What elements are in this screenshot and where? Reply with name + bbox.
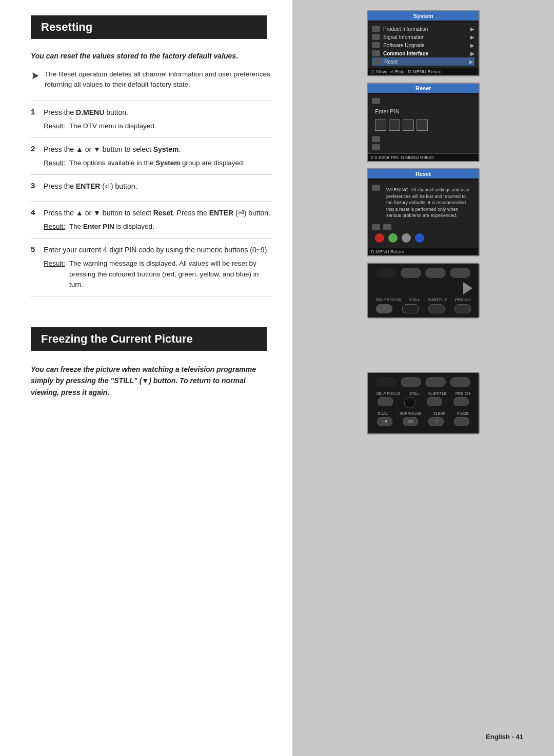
remote-arrow-area [372,282,474,294]
menu-signal-info: Signal Information ▶ [372,33,474,41]
warning-circles [372,231,474,246]
right-sidebar: System Product Information ▶ Signal Info… [292,0,554,756]
step-3-main: Press the ENTER (⏎) button. [44,181,272,192]
remote2-sleep-btn[interactable]: ☽ [428,417,444,426]
pin-box-1 [375,120,386,131]
step-5-result-label: Result: [44,258,65,269]
step-2-result-text: The options available in the System grou… [69,158,245,168]
tip-text: The Reset operation deletes all channel … [45,69,272,90]
step-4-row: 4 Press the ▲ or ▼ button to select Rese… [31,202,272,238]
freezing-section: Freezing the Current Picture You can fre… [31,327,272,398]
remote2-still-btn[interactable] [404,397,416,408]
remote2-btns-row1 [372,397,474,408]
remote-control-1: SELF FOCUS STILL SUBTITLE PRE-CH [367,263,480,319]
remote2-labels-row1: SELF FOCUS STILL SUBTITLE PRE-CH [372,391,474,396]
screen-warning-body: WARNING: All channel settings and user p… [368,181,479,248]
step-2-result: Result: The options available in the Sys… [44,158,272,168]
left-content: Resetting You can reset the values store… [0,0,292,756]
resetting-section: Resetting You can reset the values store… [31,15,272,296]
remote-btn-selffocus[interactable] [376,304,392,313]
screen-reset-title: Reset [368,84,479,93]
remote-btn-subtitle[interactable] [428,304,445,313]
screen-system-body: Product Information ▶ Signal Information… [368,23,479,68]
step-5-num: 5 [31,238,41,296]
step-2-row: 2 Press the ▲ or ▼ button to select Syst… [31,137,272,174]
warning-icons-row: WARNING: All channel settings and user p… [372,183,474,223]
steps-table: 1 Press the D.MENU button. Result: The D… [31,101,272,297]
menu-icon-3 [372,42,380,48]
remote2-psize-btn[interactable] [454,417,469,426]
reset-icon-row2 [372,135,474,143]
remote2-btn-gray-3 [450,377,470,387]
remote2-dual-btn[interactable]: I·II [377,417,392,426]
enter-pin-label: Enter PIN [372,107,474,115]
menu-product-info: Product Information ▶ [372,25,474,33]
menu-icon-4 [372,50,380,56]
warning-icon-1 [372,185,380,191]
menu-icon-1 [372,26,380,32]
remote-btn-still[interactable] [402,304,419,313]
step-4-main: Press the ▲ or ▼ button to select Reset.… [44,208,272,218]
step-4-content: Press the ▲ or ▼ button to select Reset.… [41,202,272,238]
warning-icons-row2 [372,223,474,231]
menu-common-interface: Common Interface ▶ [372,49,474,57]
screen-warning-title: Reset [368,169,479,178]
step-3-content: Press the ENTER (⏎) button. [41,175,272,202]
remote2-btns-row2: I·II DD ☽ [372,417,474,426]
remote-label-selffocus: SELF FOCUS [375,297,401,302]
step-4-result-text: The Enter PIN is displayed. [69,222,154,232]
step-5-result-text: The warning message is displayed. All va… [69,258,272,290]
tip-block: ➤ The Reset operation deletes all channe… [31,69,272,90]
remote2-btn-gray-2 [425,377,446,387]
warning-icon-3 [383,224,391,230]
step-2-num: 2 [31,137,41,174]
step-1-content: Press the D.MENU button. Result: The DTV… [41,101,272,137]
step-2-content: Press the ▲ or ▼ button to select System… [41,137,272,174]
screen-warning-footer: D.MENU Return [368,248,479,255]
remote2-label-psize: P.SIZE [457,411,469,416]
remote-label-still: STILL [409,297,420,302]
remote2-btn-gray-1 [401,377,421,387]
remote2-selffocus-btn[interactable] [378,397,393,406]
remote2-label-prech: PRE-CH [456,391,470,396]
tip-arrow-icon: ➤ [31,69,39,82]
step-4-num: 4 [31,202,41,238]
step-1-num: 1 [31,101,41,137]
remote-btn-gray-1 [401,268,421,278]
reset-icon-2 [372,136,380,142]
step-1-result-label: Result: [44,121,65,131]
remote-bottom-row-1 [372,304,474,313]
step-5-result: Result: The warning message is displayed… [44,258,272,290]
remote2-prech-btn[interactable] [453,397,469,406]
step-2-result-label: Result: [44,158,65,168]
resetting-header: Resetting [31,15,267,39]
green-button [388,233,398,243]
resetting-intro: You can reset the values stored to the f… [31,52,272,60]
remote2-surround-btn[interactable]: DD [403,417,418,426]
menu-reset: Reset ▶ [372,57,474,66]
step-1-result: Result: The DTV menu is displayed. [44,121,272,131]
step-4-result-label: Result: [44,222,65,232]
reset-icon-row [372,97,474,105]
remote2-label-subtitle: SUBTITLE [428,391,447,396]
remote-btn-prech[interactable] [454,304,471,313]
pin-box-2 [389,120,400,131]
remote-arrow-right-icon [463,282,472,294]
remote2-label-sleep: SLEEP [433,411,445,416]
warning-text: WARNING: All channel settings and user p… [383,185,474,221]
remote-label-subtitle: SUBTITLE [428,297,447,302]
remote2-label-selffocus: SELF FOCUS [377,391,401,396]
pin-boxes [375,120,474,131]
pin-box-4 [417,120,428,131]
pin-box-3 [403,120,414,131]
remote-btn-gray-3 [450,268,470,278]
menu-icon-5 [373,58,381,65]
remote2-labels-row2: DUAL SURROUND SLEEP P.SIZE [372,411,474,416]
red-button [375,233,384,243]
remote-top-row [372,268,474,278]
remote2-subtitle-btn[interactable] [427,397,442,406]
step-5-main: Enter your current 4-digit PIN code by u… [44,245,272,255]
step-1-result-text: The DTV menu is displayed. [69,121,156,131]
screen-system-title: System [368,11,479,21]
menu-software-upgrade: Software Upgrade ▶ [372,41,474,49]
